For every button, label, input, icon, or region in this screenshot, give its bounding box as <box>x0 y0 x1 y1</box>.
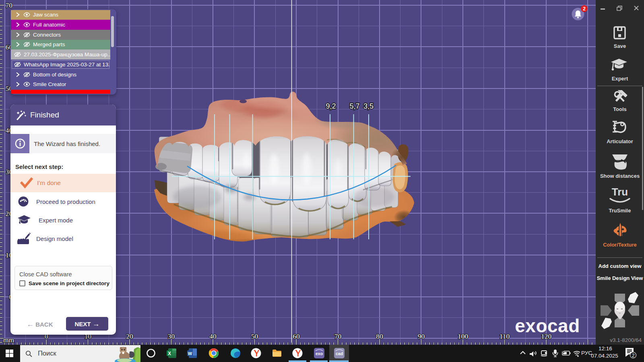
svg-text:W: W <box>188 351 192 356</box>
svg-text:2: 2 <box>583 6 586 12</box>
svg-text:50: 50 <box>251 332 258 340</box>
svg-text:60: 60 <box>293 332 300 340</box>
svg-text:X: X <box>168 351 171 356</box>
svg-text:110: 110 <box>500 332 510 340</box>
svg-text:30: 30 <box>168 332 175 340</box>
svg-text:80: 80 <box>376 332 383 340</box>
svg-text:70: 70 <box>334 332 342 340</box>
svg-text:mm: mm <box>3 336 14 344</box>
svg-text:exo: exo <box>316 351 323 356</box>
svg-text:3,5: 3,5 <box>363 102 374 110</box>
svg-text:9,2: 9,2 <box>326 102 336 110</box>
svg-text:70: 70 <box>6 1 13 9</box>
svg-text:40: 40 <box>209 332 217 340</box>
svg-text:120: 120 <box>541 332 552 340</box>
svg-text:100: 100 <box>458 332 469 340</box>
svg-text:5,7: 5,7 <box>349 102 359 110</box>
svg-text:90: 90 <box>418 332 425 340</box>
svg-text:cad: cad <box>336 351 343 356</box>
svg-text:2: 2 <box>632 353 635 358</box>
svg-text:20: 20 <box>126 332 133 340</box>
